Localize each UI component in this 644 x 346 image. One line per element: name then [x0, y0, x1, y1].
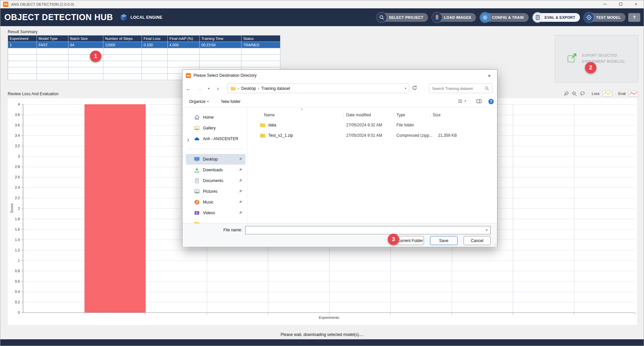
- sidebar-item-gallery[interactable]: Gallery: [186, 123, 246, 133]
- file-list-body: data27/05/2024 9:32 AMFile folderTest_v2…: [248, 120, 495, 140]
- y-tick-mark: [21, 135, 23, 136]
- sidebar-item-desktop[interactable]: Desktop: [186, 154, 246, 165]
- y-tick-mark: [21, 250, 23, 250]
- y-tick-mark: [21, 281, 23, 282]
- lasso-tool-icon[interactable]: [580, 91, 585, 97]
- close-button[interactable]: ×: [628, 0, 644, 8]
- window-titlebar: Od ANS OBJECT DETECTION (2.0.0.0) ×: [0, 0, 644, 8]
- file-column-header-date-modified[interactable]: Date modified: [346, 113, 396, 117]
- new-folder-button[interactable]: New folder: [221, 99, 240, 104]
- breadcrumb-folder-icon: [230, 86, 236, 91]
- pin-icon: [238, 178, 243, 183]
- sidebar-item-home[interactable]: Home: [186, 112, 246, 123]
- breadcrumb-item-training-dataset[interactable]: Training dataset: [261, 86, 290, 91]
- result-cell[interactable]: 1: [8, 42, 37, 48]
- result-cell[interactable]: TRAINED: [241, 42, 280, 48]
- export-icon: [566, 52, 578, 65]
- file-name-label: File name:: [182, 228, 242, 232]
- preview-pane-icon[interactable]: [476, 99, 482, 105]
- back-button[interactable]: ←: [183, 86, 194, 92]
- zoom-tool-icon[interactable]: [572, 91, 577, 97]
- result-cell[interactable]: 12000: [103, 42, 142, 48]
- file-date-modified: 27/05/2024 9:32 AM: [346, 123, 396, 127]
- result-empty-cell: [168, 61, 200, 67]
- zip-icon: [260, 132, 266, 138]
- sort-ascending-icon: ▲: [301, 108, 303, 110]
- view-dropdown-icon[interactable]: ▾: [465, 100, 469, 106]
- sidebar-item-anh-anscenter[interactable]: Anh - ANSCENTER: [186, 133, 246, 144]
- up-button[interactable]: ↑: [213, 86, 223, 92]
- forward-button[interactable]: →: [194, 86, 205, 92]
- target-icon: [584, 12, 594, 22]
- minimize-button[interactable]: [597, 0, 613, 8]
- dialog-help-icon[interactable]: ?: [488, 99, 494, 104]
- pin-tool-icon[interactable]: [564, 91, 569, 97]
- view-mode-icon[interactable]: [458, 99, 464, 105]
- y-tick-label: 1.2: [8, 248, 20, 252]
- file-name-input[interactable]: [245, 226, 491, 234]
- nav-test-model[interactable]: TEST MODEL: [589, 13, 626, 22]
- history-dropdown-icon[interactable]: ▾: [205, 87, 213, 90]
- cancel-button[interactable]: Cancel: [464, 236, 491, 245]
- save-button[interactable]: Save: [430, 236, 458, 245]
- file-list-header: NameDate modifiedTypeSize: [248, 110, 495, 120]
- pin-icon: [238, 211, 243, 215]
- result-cell[interactable]: 64: [68, 42, 103, 48]
- sidebar-item-music[interactable]: Music: [186, 197, 246, 208]
- result-empty-cell: [8, 67, 37, 74]
- music-icon: [194, 199, 200, 205]
- nav-item-test-model: TEST MODEL: [584, 12, 626, 22]
- x-tick-mark: [390, 313, 390, 314]
- sidebar-item-pictures[interactable]: Pictures: [186, 186, 246, 197]
- result-cell[interactable]: 0.100: [142, 42, 168, 48]
- file-row-test-v2-1-zip[interactable]: Test_v2_1.zip27/05/2024 9:51 AMCompresse…: [248, 130, 495, 140]
- file-row-data[interactable]: data27/05/2024 9:32 AMFile folder: [248, 120, 495, 130]
- file-name-dropdown-icon[interactable]: ▼: [483, 226, 490, 234]
- current-folder-button[interactable]: Current Folder: [396, 236, 424, 245]
- engine-badge: LOCAL ENGINE: [120, 13, 162, 21]
- maximize-button[interactable]: [613, 0, 628, 8]
- help-button[interactable]: ?: [628, 13, 640, 22]
- organize-button[interactable]: Organize ▾: [189, 99, 209, 104]
- result-cell[interactable]: 4.000: [168, 42, 200, 48]
- sidebar-item-downloads[interactable]: Downloads: [186, 165, 246, 175]
- breadcrumb-item-desktop[interactable]: Desktop: [241, 86, 256, 91]
- file-column-header-size[interactable]: Size: [433, 113, 457, 117]
- y-tick-mark: [21, 271, 23, 271]
- nav-config-train[interactable]: CONFIG & TRAIN: [485, 13, 529, 22]
- result-cell[interactable]: 00:23:50: [200, 42, 241, 48]
- home-icon: [194, 114, 200, 120]
- x-tick-mark: [207, 313, 207, 314]
- search-input[interactable]: [432, 86, 484, 91]
- result-empty-cell: [37, 61, 68, 67]
- gear-icon: [480, 12, 490, 22]
- result-empty-cell: [37, 48, 68, 55]
- maximize-icon: [619, 3, 622, 6]
- refresh-icon[interactable]: [412, 85, 419, 92]
- dialog-app-icon: Od: [186, 73, 191, 78]
- x-tick-mark: [574, 313, 574, 314]
- nav-select-project[interactable]: SELECT PROJECT: [381, 13, 428, 22]
- sidebar-item-label: Documents: [203, 178, 223, 183]
- result-cell[interactable]: FAST: [37, 42, 68, 48]
- export-selected-models-button[interactable]: EXPORT SELECTED EXPERIMENT MODEL(S): [555, 35, 638, 82]
- sidebar-item-documents[interactable]: Documents: [186, 175, 246, 186]
- result-empty-cell: [241, 55, 280, 61]
- nav-load-images[interactable]: LOAD IMAGES: [437, 13, 476, 22]
- result-empty-cell: [103, 74, 142, 80]
- y-tick-label: 3.8: [8, 113, 20, 117]
- annotation-badge-1: 1: [90, 51, 101, 62]
- header-nav: SELECT PROJECTLOAD IMAGESCONFIG & TRAINE…: [377, 12, 626, 22]
- y-tick-mark: [21, 198, 23, 198]
- nav-eval-export[interactable]: EVAL & EXPORT: [537, 13, 580, 22]
- file-column-header-type[interactable]: Type: [396, 113, 433, 117]
- sidebar-item-videos[interactable]: Videos: [186, 208, 246, 218]
- breadcrumb-dropdown-icon[interactable]: ▾: [405, 87, 406, 90]
- result-empty-cell: [142, 67, 168, 74]
- footer-bar: [0, 339, 644, 346]
- search-icon: [377, 12, 387, 22]
- search-box: [429, 83, 492, 93]
- result-empty-cell: [200, 61, 241, 67]
- file-column-header-name[interactable]: Name: [264, 113, 346, 117]
- dialog-close-button[interactable]: ×: [482, 70, 497, 81]
